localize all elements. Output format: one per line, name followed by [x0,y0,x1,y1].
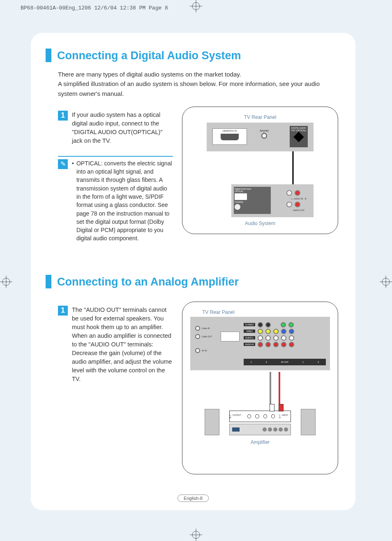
note-block: ✎ •OPTICAL: converts the electric signal… [58,156,173,243]
step-1: 1 If your audio system has a optical dig… [58,111,173,145]
audio-system-label: Audio System [190,221,330,226]
section1-title: Connecting a Digital Audio System [57,49,241,62]
digital-audio-input-block: Digital Audio Input OPTICAL COAXIAL [234,187,271,214]
antenna-jacks: Cable IN Cable OUT Air IN [195,324,216,355]
optical-label: OPTICAL [235,190,270,193]
amplifier-back: L - OUTPUT - R L - INPUT - R [229,411,291,422]
step-number: 1 [58,111,68,121]
air-in-label: Air IN [202,349,207,352]
diagram-digital-audio: TV Rear Panel HDMI/DVI IN Anynet DIGITAL… [182,107,338,234]
optical-cable [292,151,294,184]
amplifier-front [229,424,291,435]
heading-bar [46,275,51,288]
tv-rear-panel-2: Cable IN Cable OUT Air IN S-VIDEO VIDEO … [190,317,330,370]
svideo-label: S-VIDEO [244,323,255,326]
page-body: Connecting a Digital Audio System There … [31,33,355,510]
cable-out-label: Cable OUT [202,335,212,338]
audio-rca-block: L - AUDIO IN - R AUDIO OUT [286,188,311,211]
heading-bar [46,49,51,62]
audio-in-label: L - AUDIO IN - R [286,197,311,200]
registration-mark-top [190,0,202,12]
audio-l-label: AUDIO-L [244,336,255,339]
print-header: BP68-00461A-00Eng_1206 12/6/04 12:38 PM … [21,5,168,11]
hdmi-port-2 [221,332,240,341]
amplifier-body: L - OUTPUT - R L - INPUT - R [229,411,291,435]
amplifier-label: Amplifier [190,439,330,445]
tv-rear-panel: HDMI/DVI IN Anynet DIGITAL AUDIO OUT (OP… [207,123,314,151]
av2-label: 2 [266,361,267,363]
note-body: OPTICAL: converts the electric signal in… [76,159,173,243]
step-text: The "AUDIO OUT" terminals cannot be used… [72,306,173,383]
optical-out-label: DIGITAL AUDIO OUT (OPTICAL) [291,127,307,132]
hdmi-port: HDMI/DVI IN [212,128,247,145]
anynet-label: Anynet [260,129,269,132]
anynet-jack: Anynet [256,129,272,139]
output-label: L - OUTPUT - R [230,414,243,419]
registration-mark-right [380,276,392,288]
section1-intro: There are many types of digital audio sy… [58,70,333,98]
avout-label: AV OUT [281,361,288,363]
hdmi-label: HDMI/DVI IN [223,130,237,132]
section2-title: Connecting to an Analog Amplifier [57,275,239,288]
pencil-icon: ✎ [58,159,68,169]
video-label: VIDEO [244,330,255,333]
speaker-right [301,409,316,435]
audio-out-label: AUDIO OUT [286,209,311,211]
section1-heading: Connecting a Digital Audio System [46,49,338,62]
audio-r-label: AUDIO-R [244,343,255,346]
speaker-left [205,409,219,435]
tv-rear-label: TV Rear Panel [190,114,330,120]
comp2-label: 2 [318,361,319,363]
step-text: If your audio system has a optical digit… [72,111,173,145]
input-label: L - INPUT - R [279,414,291,419]
diagram-analog-amp: TV Rear Panel Cable IN Cable OUT Air IN … [182,302,338,474]
av1-label: 1 [251,361,252,363]
comp1-label: 1 [302,361,304,363]
amplifier-row: L - OUTPUT - R L - INPUT - R [190,409,330,435]
optical-out-jack: DIGITAL AUDIO OUT (OPTICAL) [290,126,308,147]
coaxial-label: COAXIAL [235,201,270,203]
registration-mark-bottom [190,529,202,541]
note-text: •OPTICAL: converts the electric signal i… [72,159,173,243]
page-number: English-8 [178,495,209,502]
audio-system-panel: Digital Audio Input OPTICAL COAXIAL L - … [231,184,314,217]
tv-rear-label-2: TV Rear Panel [202,309,330,315]
av-connector-grid: S-VIDEO VIDEO AUDIO-L AUDIO-R 1 2 AV OUT… [244,321,326,366]
cable-in-label: Cable IN [202,327,210,330]
step-number: 1 [58,306,68,316]
rca-cables [206,372,347,411]
step-1-analog: 1 The "AUDIO OUT" terminals cannot be us… [58,306,173,383]
registration-mark-left [0,276,12,288]
section2-heading: Connecting to an Analog Amplifier [46,275,338,288]
